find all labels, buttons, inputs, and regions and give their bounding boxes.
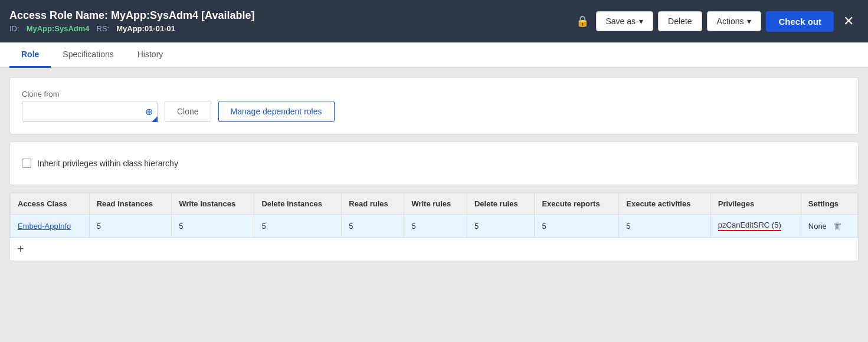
col-settings: Settings — [801, 193, 857, 215]
clone-card: Clone from ⊕ Clone Manage dependent role… — [9, 77, 859, 134]
cell-settings: None 🗑 — [801, 215, 857, 238]
close-button[interactable]: ✕ — [838, 11, 859, 31]
inherit-checkbox[interactable] — [22, 159, 31, 168]
col-privileges: Privileges — [710, 193, 801, 215]
clone-input[interactable] — [22, 101, 158, 122]
add-icon: + — [17, 242, 24, 255]
table-row: Embed-AppInfo 5 5 5 5 5 5 5 5 pzCanEditS… — [11, 215, 858, 238]
clone-input-wrap: ⊕ — [22, 101, 158, 122]
close-icon: ✕ — [843, 14, 854, 28]
col-execute-activities: Execute activities — [619, 193, 711, 215]
cell-write-rules: 5 — [404, 215, 467, 238]
rs-value: MyApp:01-01-01 — [116, 24, 175, 33]
clone-button[interactable]: Clone — [165, 101, 211, 122]
tabs-bar: Role Specifications History — [0, 42, 868, 68]
add-row-button[interactable]: + — [17, 242, 24, 256]
clone-label: Clone from — [22, 90, 846, 98]
save-as-label: Save as — [606, 17, 636, 26]
col-write-instances: Write instances — [172, 193, 254, 215]
actions-label: Actions — [717, 17, 744, 26]
header-left: Access Role Name: MyApp:SysAdm4 [Availab… — [9, 9, 254, 33]
id-value: MyApp:SysAdm4 — [27, 24, 90, 33]
clone-section: ⊕ Clone Manage dependent roles — [22, 101, 846, 122]
cell-privileges: pzCanEditSRC (5) — [710, 215, 801, 238]
delete-button[interactable]: Delete — [658, 11, 702, 31]
inherit-section: Inherit privileges within class hierarch… — [22, 154, 846, 173]
rs-label: RS: — [97, 24, 110, 33]
inherit-card: Inherit privileges within class hierarch… — [9, 142, 859, 185]
page-title: Access Role Name: MyApp:SysAdm4 [Availab… — [9, 9, 254, 22]
col-read-instances: Read instances — [89, 193, 172, 215]
cell-read-rules: 5 — [342, 215, 404, 238]
cell-execute-reports: 5 — [535, 215, 619, 238]
header-actions: 🔒 Save as ▾ Delete Actions ▾ Check out ✕ — [576, 11, 859, 32]
manage-dependent-roles-button[interactable]: Manage dependent roles — [218, 101, 335, 122]
cell-delete-instances: 5 — [254, 215, 342, 238]
header: Access Role Name: MyApp:SysAdm4 [Availab… — [0, 0, 868, 42]
cell-access-class: Embed-AppInfo — [11, 215, 90, 238]
lock-icon: 🔒 — [576, 15, 589, 28]
save-as-chevron-icon: ▾ — [639, 17, 643, 26]
checkout-button[interactable]: Check out — [766, 11, 834, 32]
col-access-class: Access Class — [11, 193, 90, 215]
actions-button[interactable]: Actions ▾ — [707, 11, 762, 31]
actions-chevron-icon: ▾ — [747, 17, 751, 26]
cell-write-instances: 5 — [172, 215, 254, 238]
clone-button-label: Clone — [177, 107, 199, 116]
cell-execute-activities: 5 — [619, 215, 711, 238]
cell-delete-rules: 5 — [467, 215, 534, 238]
tab-specifications[interactable]: Specifications — [51, 42, 125, 68]
col-read-rules: Read rules — [342, 193, 404, 215]
col-delete-instances: Delete instances — [254, 193, 342, 215]
col-write-rules: Write rules — [404, 193, 467, 215]
privileges-text: pzCanEditSRC (5) — [718, 221, 781, 231]
delete-label: Delete — [668, 17, 692, 26]
corner-indicator — [152, 116, 158, 122]
access-table-card: Access Class Read instances Write instan… — [9, 192, 859, 261]
tab-history[interactable]: History — [126, 42, 175, 68]
inherit-label: Inherit privileges within class hierarch… — [37, 159, 178, 168]
add-row-area: + — [10, 238, 858, 261]
checkout-label: Check out — [778, 17, 821, 27]
access-table: Access Class Read instances Write instan… — [10, 193, 858, 238]
tab-role[interactable]: Role — [9, 42, 51, 68]
save-as-button[interactable]: Save as ▾ — [596, 11, 654, 31]
delete-row-button[interactable]: 🗑 — [833, 221, 843, 231]
col-delete-rules: Delete rules — [467, 193, 534, 215]
content: Clone from ⊕ Clone Manage dependent role… — [0, 68, 868, 271]
id-label: ID: — [9, 24, 19, 33]
header-subtitle: ID: MyApp:SysAdm4 RS: MyApp:01-01-01 — [9, 24, 254, 33]
manage-button-label: Manage dependent roles — [231, 107, 322, 116]
cell-read-instances: 5 — [89, 215, 172, 238]
access-class-link[interactable]: Embed-AppInfo — [18, 222, 71, 231]
col-execute-reports: Execute reports — [535, 193, 619, 215]
